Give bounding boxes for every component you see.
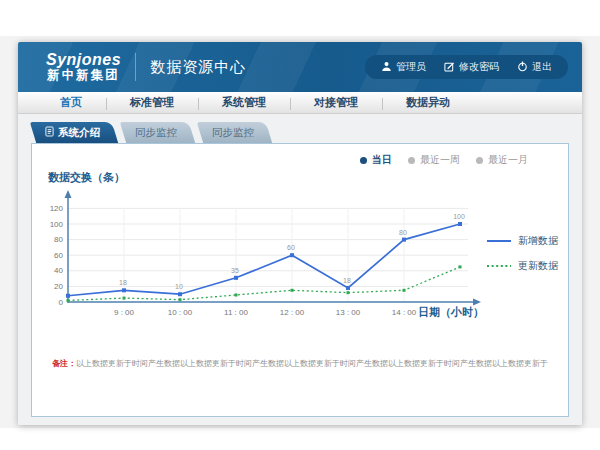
logo-text-en: Synjones xyxy=(46,52,121,69)
radio-dot-icon xyxy=(360,157,367,164)
filter-radio-1[interactable]: 最近一周 xyxy=(408,153,460,167)
logo-text-cn: 新中新集团 xyxy=(47,69,120,82)
nav-item-4[interactable]: 数据异动 xyxy=(382,95,474,110)
header-divider xyxy=(135,53,136,81)
main-nav: 首页标准管理系统管理对接管理数据异动 xyxy=(18,92,582,114)
svg-text:0: 0 xyxy=(59,298,64,307)
content-area: 系统介绍同步监控同步监控 当日最近一周最近一月 数据交换（条） 02040608… xyxy=(18,114,582,425)
nav-item-1[interactable]: 标准管理 xyxy=(106,95,198,110)
nav-item-0[interactable]: 首页 xyxy=(36,95,106,110)
nav-item-2[interactable]: 系统管理 xyxy=(198,95,290,110)
svg-text:18: 18 xyxy=(119,279,127,286)
power-icon xyxy=(517,61,528,74)
svg-text:13 : 00: 13 : 00 xyxy=(336,308,361,317)
app-header: Synjones 新中新集团 数据资源中心 管理员修改密码退出 xyxy=(18,42,582,92)
legend-item-1[interactable]: 更新数据 xyxy=(487,259,558,273)
tab-2[interactable]: 同步监控 xyxy=(200,122,269,143)
svg-text:60: 60 xyxy=(287,244,295,251)
svg-text:12 : 00: 12 : 00 xyxy=(280,308,305,317)
svg-text:80: 80 xyxy=(54,235,63,244)
svg-text:18: 18 xyxy=(343,277,351,284)
chart-panel: 当日最近一周最近一月 数据交换（条） 0204060801001209 : 00… xyxy=(31,143,569,417)
chart-legend: 新增数据更新数据 xyxy=(487,234,558,273)
footnote: 备注：以上数据更新于时间产生数据以上数据更新于时间产生数据以上数据更新于时间产生… xyxy=(32,358,568,369)
footnote-prefix: 备注： xyxy=(52,359,76,368)
svg-text:120: 120 xyxy=(50,204,64,213)
user-menu: 管理员修改密码退出 xyxy=(365,55,568,79)
user-icon xyxy=(381,61,392,74)
time-range-filters: 当日最近一周最近一月 xyxy=(360,153,528,167)
nav-item-3[interactable]: 对接管理 xyxy=(290,95,382,110)
filter-radio-0[interactable]: 当日 xyxy=(360,153,392,167)
user-menu-power[interactable]: 退出 xyxy=(517,60,552,74)
svg-text:9 : 00: 9 : 00 xyxy=(114,308,135,317)
radio-dot-icon xyxy=(476,157,483,164)
legend-line-icon xyxy=(487,264,511,268)
svg-text:100: 100 xyxy=(453,213,465,220)
svg-text:80: 80 xyxy=(399,229,407,236)
tab-0[interactable]: 系统介绍 xyxy=(33,122,115,143)
document-icon xyxy=(45,126,54,139)
svg-text:35: 35 xyxy=(231,267,239,274)
user-menu-user[interactable]: 管理员 xyxy=(381,60,426,74)
line-chart: 0204060801001209 : 0010 : 0011 : 0012 : … xyxy=(32,184,492,336)
footnote-text: 以上数据更新于时间产生数据以上数据更新于时间产生数据以上数据更新于时间产生数据以… xyxy=(76,359,548,368)
svg-text:14 : 00: 14 : 00 xyxy=(392,308,417,317)
app-window: Synjones 新中新集团 数据资源中心 管理员修改密码退出 首页标准管理系统… xyxy=(18,42,582,425)
svg-text:10: 10 xyxy=(175,283,183,290)
filter-radio-2[interactable]: 最近一月 xyxy=(476,153,528,167)
svg-text:10 : 00: 10 : 00 xyxy=(168,308,193,317)
page-title: 数据资源中心 xyxy=(150,58,246,77)
legend-item-0[interactable]: 新增数据 xyxy=(487,234,558,248)
svg-text:11 : 00: 11 : 00 xyxy=(224,308,248,317)
y-axis-title: 数据交换（条） xyxy=(48,170,125,185)
company-logo: Synjones 新中新集团 xyxy=(46,52,121,82)
svg-text:日期（小时）: 日期（小时） xyxy=(418,306,484,319)
svg-text:40: 40 xyxy=(54,266,63,275)
svg-text:20: 20 xyxy=(54,282,63,291)
legend-line-icon xyxy=(487,239,511,243)
edit-icon xyxy=(444,61,455,74)
tab-1[interactable]: 同步监控 xyxy=(123,122,192,143)
tab-bar: 系统介绍同步监控同步监控 xyxy=(33,122,569,143)
svg-text:100: 100 xyxy=(50,220,64,229)
radio-dot-icon xyxy=(408,157,415,164)
svg-text:60: 60 xyxy=(54,251,63,260)
user-menu-edit[interactable]: 修改密码 xyxy=(444,60,499,74)
